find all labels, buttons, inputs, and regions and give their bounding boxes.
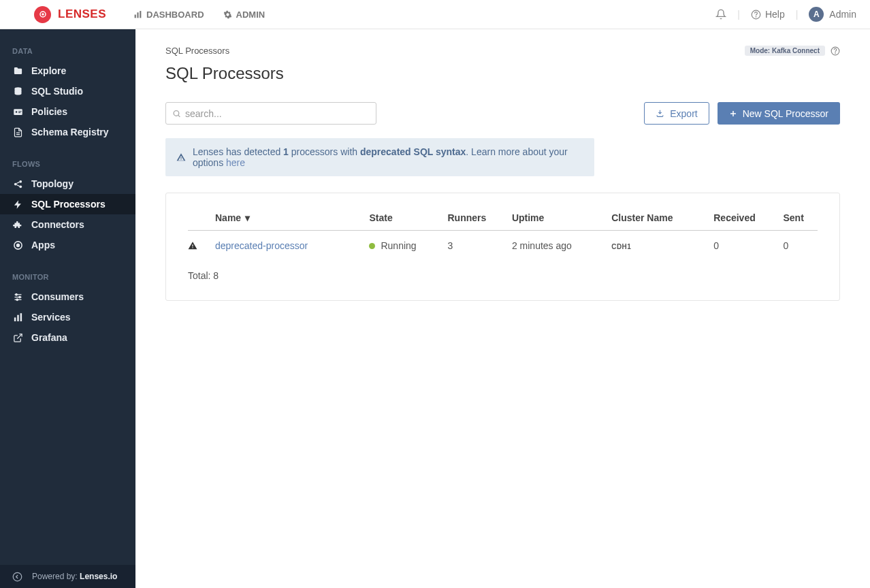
sidebar-item-consumers[interactable]: Consumers	[0, 287, 135, 307]
svg-point-19	[16, 299, 18, 301]
sidebar-item-sql-studio[interactable]: SQL Studio	[0, 81, 135, 101]
powered-by-label: Powered by:	[32, 572, 80, 581]
user-menu[interactable]: A Admin	[809, 7, 856, 22]
logo-mark-icon	[34, 6, 51, 23]
help-label: Help	[765, 9, 785, 20]
nav-admin-label: ADMIN	[236, 10, 265, 20]
sidebar-item-services[interactable]: Services	[0, 307, 135, 327]
caret-down-icon: ▾	[245, 212, 250, 223]
powered-by: Powered by: Lenses.io	[32, 572, 117, 581]
divider: |	[737, 9, 740, 20]
bar-chart-icon	[133, 10, 142, 19]
sidebar-item-label: Policies	[31, 106, 67, 117]
external-link-icon	[12, 333, 23, 343]
avatar: A	[809, 7, 824, 22]
sidebar-item-label: Consumers	[31, 291, 84, 302]
export-button-label: Export	[670, 108, 697, 119]
file-icon	[12, 127, 23, 137]
breadcrumb-row: SQL Processors Mode: Kafka Connect	[165, 46, 840, 56]
svg-point-25	[835, 52, 836, 53]
body-wrap: DATA Explore SQL Studio Policies Schema …	[0, 29, 870, 588]
col-uptime[interactable]: Uptime	[512, 212, 611, 231]
help-link[interactable]: Help	[751, 9, 785, 20]
page-title: SQL Processors	[165, 64, 840, 83]
sidebar-item-connectors[interactable]: Connectors	[0, 214, 135, 235]
new-processor-button[interactable]: New SQL Processor	[718, 102, 840, 125]
search-field	[165, 102, 376, 125]
brand-name: LENSES	[58, 7, 106, 21]
sidebar-item-schema-registry[interactable]: Schema Registry	[0, 122, 135, 142]
svg-point-6	[756, 16, 756, 17]
svg-point-17	[15, 293, 17, 295]
export-button[interactable]: Export	[644, 102, 709, 125]
nav-admin[interactable]: ADMIN	[223, 10, 265, 20]
bell-icon[interactable]	[715, 9, 726, 20]
col-state[interactable]: State	[369, 212, 447, 231]
cell-uptime: 2 minutes ago	[512, 231, 611, 261]
svg-rect-2	[135, 14, 136, 18]
svg-rect-21	[17, 314, 19, 321]
processors-panel: Name ▾ State Runners Uptime Cluster Name…	[165, 193, 840, 301]
powered-by-value[interactable]: Lenses.io	[80, 572, 117, 581]
breadcrumb: SQL Processors	[165, 46, 229, 56]
processor-name-link[interactable]: deprecated-processor	[215, 240, 308, 251]
collapse-icon[interactable]	[12, 572, 22, 582]
table-row: deprecated-processor Running 3 2 minutes…	[188, 231, 818, 261]
col-sent[interactable]: Sent	[783, 212, 818, 231]
sidebar-item-sql-processors[interactable]: SQL Processors	[0, 194, 135, 214]
state-cell: Running	[369, 240, 447, 251]
svg-point-14	[19, 185, 22, 188]
search-icon	[172, 109, 181, 118]
warning-icon	[176, 152, 186, 162]
nav-dashboard[interactable]: DASHBOARD	[133, 10, 204, 20]
top-nav: DASHBOARD ADMIN	[133, 10, 265, 20]
sidebar-item-label: Topology	[31, 178, 74, 189]
total-value: 8	[213, 270, 219, 281]
state-label: Running	[381, 240, 416, 251]
sidebar-item-grafana[interactable]: Grafana	[0, 327, 135, 348]
id-card-icon	[12, 107, 23, 117]
sidebar-section-monitor: MONITOR	[0, 267, 135, 287]
help-icon[interactable]	[831, 46, 840, 56]
sidebar-item-label: SQL Processors	[31, 199, 106, 210]
sidebar-section-flows: FLOWS	[0, 154, 135, 174]
svg-point-23	[13, 572, 22, 581]
top-header: LENSES DASHBOARD ADMIN | Help | A	[0, 0, 870, 29]
sidebar-item-apps[interactable]: Apps	[0, 235, 135, 255]
sidebar-item-policies[interactable]: Policies	[0, 101, 135, 122]
sidebar-item-topology[interactable]: Topology	[0, 174, 135, 194]
svg-point-16	[16, 244, 19, 246]
sliders-icon	[12, 292, 23, 302]
col-name[interactable]: Name ▾	[215, 212, 369, 231]
svg-rect-8	[14, 109, 22, 115]
sidebar-item-label: Explore	[31, 65, 66, 76]
plus-icon	[729, 110, 737, 118]
toolbar-buttons: Export New SQL Processor	[644, 102, 840, 125]
bolt-icon	[12, 199, 23, 210]
svg-point-18	[18, 296, 20, 298]
total-label: Total:	[188, 270, 213, 281]
target-icon	[12, 240, 23, 250]
svg-rect-3	[137, 12, 138, 18]
cell-sent: 0	[783, 231, 818, 261]
processors-table: Name ▾ State Runners Uptime Cluster Name…	[188, 212, 818, 261]
header-right: | Help | A Admin	[715, 7, 856, 22]
state-dot-icon	[369, 243, 375, 249]
search-input[interactable]	[165, 102, 376, 125]
sidebar: DATA Explore SQL Studio Policies Schema …	[0, 29, 135, 588]
col-received[interactable]: Received	[713, 212, 783, 231]
sidebar-item-explore[interactable]: Explore	[0, 61, 135, 81]
main-content: SQL Processors Mode: Kafka Connect SQL P…	[135, 29, 870, 588]
sidebar-footer: Powered by: Lenses.io	[0, 565, 135, 588]
alert-link[interactable]: here	[226, 157, 245, 168]
sidebar-item-label: Services	[31, 312, 71, 323]
sidebar-item-label: Connectors	[31, 219, 84, 230]
cluster-chip: CDH1	[611, 243, 631, 250]
col-cluster[interactable]: Cluster Name	[611, 212, 713, 231]
svg-point-1	[42, 14, 44, 15]
svg-rect-22	[20, 313, 22, 321]
new-processor-button-label: New SQL Processor	[743, 108, 828, 119]
brand-logo[interactable]: LENSES	[34, 6, 106, 23]
warning-icon	[188, 241, 215, 250]
col-runners[interactable]: Runners	[447, 212, 511, 231]
